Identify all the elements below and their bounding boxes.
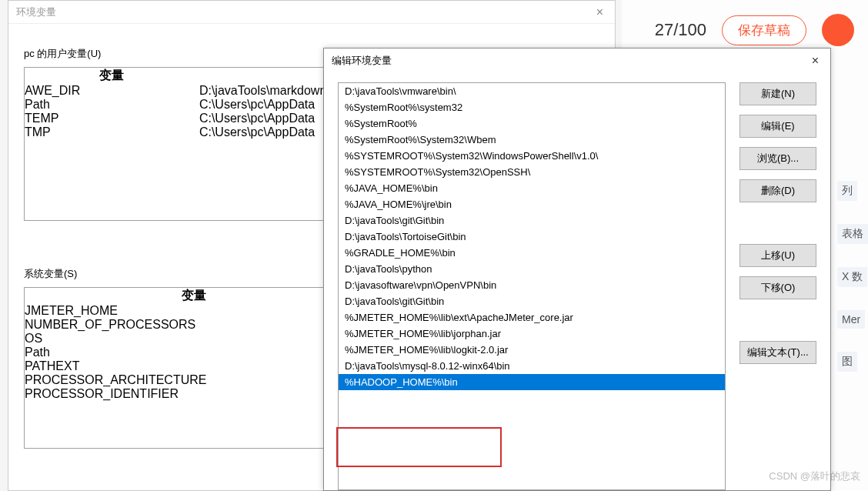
side-item[interactable]: 列 xyxy=(837,181,857,201)
dialog-header: 编辑环境变量 × xyxy=(324,48,830,73)
list-item[interactable]: %GRADLE_HOME%\bin xyxy=(339,245,725,261)
col-header-name[interactable]: 变量 xyxy=(25,288,362,304)
button-column: 新建(N) 编辑(E) 浏览(B)... 删除(D) 上移(U) 下移(O) 编… xyxy=(739,82,816,490)
side-tools: 列 表格 X 数 Mer 图 xyxy=(833,181,868,372)
list-item[interactable]: D:\javaTools\mysql-8.0.12-winx64\bin xyxy=(339,358,725,374)
list-item[interactable]: %HADOOP_HOME%\bin xyxy=(339,374,725,390)
list-item[interactable]: %SYSTEMROOT%\System32\WindowsPowerShell\… xyxy=(339,148,725,164)
dialog-title: 环境变量 xyxy=(16,5,56,19)
list-item[interactable]: %SystemRoot%\System32\Wbem xyxy=(339,132,725,148)
list-item[interactable]: %JMETER_HOME%\lib\logkit-2.0.jar xyxy=(339,342,725,358)
side-item[interactable]: Mer xyxy=(837,310,865,329)
move-down-button[interactable]: 下移(O) xyxy=(739,276,816,299)
close-icon[interactable]: × xyxy=(808,54,823,68)
list-item-empty[interactable] xyxy=(339,390,725,406)
list-item[interactable]: D:\javaTools\git\Git\bin xyxy=(339,293,725,309)
edit-button[interactable]: 编辑(E) xyxy=(739,115,816,138)
side-item[interactable]: X 数 xyxy=(837,267,867,287)
browse-button[interactable]: 浏览(B)... xyxy=(739,147,816,170)
list-item[interactable]: %JMETER_HOME%\lib\jorphan.jar xyxy=(339,326,725,342)
edit-env-var-dialog: 编辑环境变量 × D:\javaTools\vmware\bin\%System… xyxy=(323,48,831,491)
list-item[interactable]: D:\javaTools\TortoiseGit\bin xyxy=(339,229,725,245)
counter: 27/100 xyxy=(655,20,706,40)
list-item[interactable]: %SystemRoot%\system32 xyxy=(339,99,725,115)
list-item[interactable]: %SystemRoot% xyxy=(339,115,725,132)
col-header-name[interactable]: 变量 xyxy=(25,68,199,84)
list-item[interactable]: %JAVA_HOME%\jre\bin xyxy=(339,196,725,212)
close-icon[interactable]: × xyxy=(593,5,607,19)
top-toolbar: 27/100 保存草稿 xyxy=(655,14,854,46)
save-draft-button[interactable]: 保存草稿 xyxy=(722,15,806,45)
new-button[interactable]: 新建(N) xyxy=(739,82,816,105)
list-item[interactable]: D:\javasoftware\vpn\OpenVPN\bin xyxy=(339,277,725,293)
watermark: CSDN @落叶的悲哀 xyxy=(769,469,860,483)
list-item[interactable]: D:\javaTools\python xyxy=(339,261,725,277)
side-item[interactable]: 图 xyxy=(837,352,857,372)
list-item[interactable]: %JAVA_HOME%\bin xyxy=(339,180,725,196)
publish-button[interactable] xyxy=(822,14,854,46)
edit-text-button[interactable]: 编辑文本(T)... xyxy=(739,341,816,364)
list-item[interactable]: D:\javaTools\git\Git\bin xyxy=(339,212,725,229)
list-item[interactable]: D:\javaTools\vmware\bin\ xyxy=(339,83,725,99)
side-item[interactable]: 表格 xyxy=(837,224,868,244)
delete-button[interactable]: 删除(D) xyxy=(739,179,816,202)
list-item[interactable]: %JMETER_HOME%\lib\ext\ApacheJMeter_core.… xyxy=(339,309,725,326)
dialog-title: 编辑环境变量 xyxy=(332,54,392,68)
dialog-header: 环境变量 × xyxy=(8,1,615,24)
move-up-button[interactable]: 上移(U) xyxy=(739,244,816,267)
path-listbox[interactable]: D:\javaTools\vmware\bin\%SystemRoot%\sys… xyxy=(338,82,726,490)
list-item[interactable]: %SYSTEMROOT%\System32\OpenSSH\ xyxy=(339,164,725,180)
